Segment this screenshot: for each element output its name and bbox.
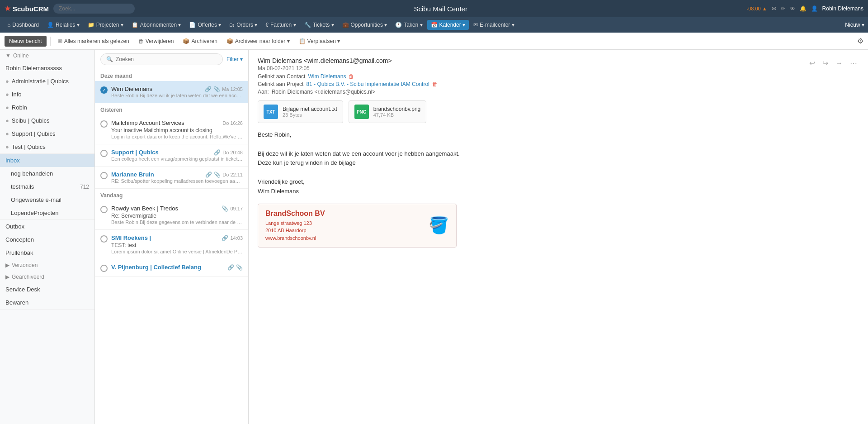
- user-avatar-icon[interactable]: 👤: [811, 5, 818, 12]
- email-checkbox[interactable]: [100, 206, 108, 213]
- email-row[interactable]: Rowdy van Beek | Tredos 📎 09:17 Re: Serv…: [95, 200, 248, 230]
- contact-link[interactable]: Wim Dielemans: [308, 73, 346, 80]
- menu-opportunities[interactable]: 💼Opportunities ▾: [339, 20, 391, 30]
- settings-button[interactable]: ⚙: [857, 37, 863, 45]
- archive-to-folder-button[interactable]: 📦 Archiveer naar folder ▾: [223, 36, 293, 46]
- edit-icon[interactable]: ✏: [781, 5, 785, 12]
- sidebar-item-robin-dielemans[interactable]: Robin Dielemansssss: [0, 62, 94, 75]
- email-row[interactable]: Marianne Bruin 🔗 📎 Do 22:11 RE: Scibu/sp…: [95, 167, 248, 189]
- archive-folder-icon: 📦: [226, 38, 233, 44]
- menu-emailcenter[interactable]: ✉E-mailcenter ▾: [470, 20, 518, 30]
- new-top-btn[interactable]: Nieuw ▾: [845, 22, 864, 28]
- reply-button[interactable]: ↩: [807, 57, 817, 69]
- email-row[interactable]: ✓ Wim Dielemans 🔗 📎 Ma 12:05 Beste Robin…: [95, 81, 248, 103]
- menu-abonnementen[interactable]: 📋Abonnementen ▾: [128, 20, 185, 30]
- email-row[interactable]: Mailchimp Account Services Do 16:26 Your…: [95, 115, 248, 144]
- email-content: Mailchimp Account Services Do 16:26 Your…: [111, 119, 243, 139]
- sidebar-group-gearchiveerd[interactable]: ▶ Gearchiveerd: [0, 271, 94, 283]
- reply-all-button[interactable]: ↪: [821, 57, 830, 69]
- sidebar-item-inbox[interactable]: Inbox: [0, 154, 94, 167]
- sidebar-item-label: Prullenbak: [5, 249, 33, 256]
- attachment-item[interactable]: TXT Bijlage met account.txt 23 Bytes: [258, 100, 343, 123]
- sidebar-item-service-desk[interactable]: Service Desk: [0, 283, 94, 296]
- global-search-input[interactable]: [53, 4, 135, 14]
- eye-icon[interactable]: 👁: [790, 5, 795, 12]
- sidebar-item-label: Administratie | Qubics: [12, 78, 69, 85]
- mail-icon[interactable]: ✉: [772, 5, 776, 12]
- forward-button[interactable]: →: [834, 57, 844, 69]
- email-row[interactable]: SMI Roekens | 🔗 14:03 TEST: test Lorem i…: [95, 230, 248, 259]
- email-detail: Wim Dielemans <wim.dielemans1@gmail.com>…: [249, 50, 868, 424]
- delete-button[interactable]: 🗑 Verwijderen: [135, 36, 178, 46]
- attachment-name: Bijlage met account.txt: [283, 106, 337, 112]
- sidebar-item-administratie[interactable]: ● Administratie | Qubics: [0, 75, 94, 88]
- sidebar-item-lopende-projecten[interactable]: LopendeProjecten: [0, 206, 94, 219]
- sidebar-group-verzonden[interactable]: ▶ Verzonden: [0, 259, 94, 271]
- sidebar-item-ongewenste-email[interactable]: Ongewenste e-mail: [0, 193, 94, 206]
- sidebar-item-label: Info: [12, 91, 22, 98]
- email-list-header: 🔍 Filter ▾: [95, 50, 248, 69]
- menu-facturen[interactable]: €Facturen ▾: [262, 20, 299, 30]
- email-checkbox[interactable]: [100, 172, 108, 179]
- attachment-icon: 📎: [214, 172, 221, 178]
- archive-button[interactable]: 📦 Archiveren: [179, 36, 221, 46]
- email-content: V. Pijnenburg | Collectief Belang 🔗 📎: [111, 264, 243, 271]
- more-actions-button[interactable]: ⋯: [848, 57, 859, 69]
- email-content: Support | Qubics 🔗 Do 20:48 Een collega …: [111, 149, 243, 162]
- sidebar-item-scibu-qubics[interactable]: ● Scibu | Qubics: [0, 114, 94, 127]
- dot-icon: ●: [5, 104, 9, 111]
- sidebar-item-label: LopendeProjecten: [11, 210, 59, 216]
- sidebar-item-outbox[interactable]: Outbox: [0, 220, 94, 233]
- sidebar-item-info[interactable]: ● Info: [0, 88, 94, 101]
- menu-offertes[interactable]: 📄Offertes ▾: [185, 20, 225, 30]
- email-content: Marianne Bruin 🔗 📎 Do 22:11 RE: Scibu/sp…: [111, 171, 243, 184]
- email-checkbox[interactable]: [100, 265, 108, 272]
- email-row[interactable]: V. Pijnenburg | Collectief Belang 🔗 📎: [95, 259, 248, 277]
- menu-dashboard[interactable]: ⌂Dashboard: [4, 20, 42, 30]
- home-icon: ⌂: [7, 22, 10, 28]
- sidebar-item-support-qubics[interactable]: ● Support | Qubics: [0, 127, 94, 140]
- username: Robin Dielemans: [822, 5, 863, 12]
- move-button[interactable]: 📋 Verplaatsen ▾: [295, 36, 344, 46]
- contact-label: Gelinkt aan Contact: [258, 73, 305, 80]
- menu-taken[interactable]: 🕐Taken ▾: [392, 20, 426, 30]
- sidebar-item-robin[interactable]: ● Robin: [0, 101, 94, 114]
- email-top: Support | Qubics 🔗 Do 20:48: [111, 149, 243, 156]
- sidebar-item-nog-behandelen[interactable]: nog behandelen: [0, 167, 94, 180]
- menu-kalender[interactable]: 📅Kalender ▾: [427, 20, 469, 30]
- detail-date: Ma 08-02-2021 12:05: [258, 65, 438, 71]
- sidebar: ▼ Online Robin Dielemansssss ● Administr…: [0, 50, 95, 424]
- sidebar-item-label: Concepten: [5, 236, 34, 243]
- email-checkbox[interactable]: [100, 120, 108, 128]
- txt-icon: TXT: [264, 105, 278, 119]
- email-search-container[interactable]: 🔍: [100, 53, 223, 65]
- filter-button[interactable]: Filter ▾: [226, 56, 243, 62]
- email-checkbox[interactable]: ✓: [100, 86, 108, 94]
- menu-bar: ⌂Dashboard 👤Relaties ▾ 📁Projecten ▾ 📋Abo…: [0, 17, 868, 33]
- email-search-input[interactable]: [116, 56, 217, 62]
- new-message-button[interactable]: Nieuw bericht: [5, 36, 47, 47]
- sidebar-item-testmails[interactable]: testmails 712: [0, 180, 94, 193]
- mark-all-read-button[interactable]: ✉ Alles markeren als gelezen: [54, 36, 133, 46]
- menu-relaties[interactable]: 👤Relaties ▾: [43, 20, 83, 30]
- sender-name: V. Pijnenburg | Collectief Belang: [111, 264, 201, 271]
- email-row[interactable]: Support | Qubics 🔗 Do 20:48 Een collega …: [95, 144, 248, 167]
- menu-orders[interactable]: 🗂Orders ▾: [226, 20, 261, 30]
- email-checkbox[interactable]: [100, 150, 108, 157]
- sidebar-item-prullenbak[interactable]: Prullenbak: [0, 246, 94, 259]
- contact-trash-icon[interactable]: 🗑: [349, 73, 354, 80]
- email-subject: Your inactive Mailchimp account is closi…: [111, 127, 243, 133]
- attachment-item[interactable]: PNG brandschoonbv.png 47,74 KB: [349, 100, 427, 123]
- menu-tickets[interactable]: 🔧Tickets ▾: [301, 20, 338, 30]
- email-checkbox[interactable]: [100, 235, 108, 243]
- sidebar-item-bewaren[interactable]: Bewaren: [0, 296, 94, 309]
- sidebar-group-online[interactable]: ▼ Online: [0, 50, 94, 62]
- project-trash-icon[interactable]: 🗑: [432, 81, 438, 87]
- bell-icon[interactable]: 🔔: [800, 5, 807, 12]
- sidebar-item-concepten[interactable]: Concepten: [0, 233, 94, 246]
- project-link[interactable]: 81 - Qubics B.V. - Scibu Implementatie I…: [306, 81, 429, 87]
- sidebar-item-test-qubics[interactable]: ● Test | Qubics: [0, 140, 94, 153]
- alert-indicator: -08:00 ▲: [746, 6, 767, 11]
- nav-right: -08:00 ▲ ✉ ✏ 👁 🔔 👤 Robin Dielemans: [746, 5, 863, 12]
- menu-projecten[interactable]: 📁Projecten ▾: [84, 20, 127, 30]
